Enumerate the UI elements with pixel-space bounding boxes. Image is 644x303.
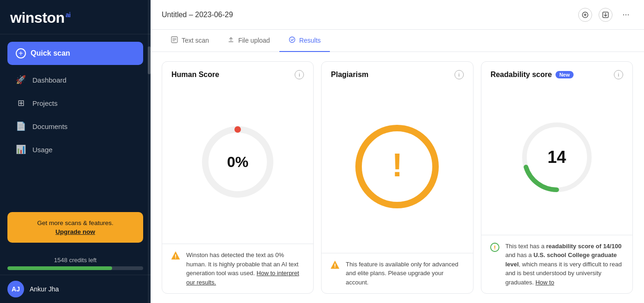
human-score-circle: 0%: [196, 120, 279, 204]
readability-link[interactable]: How to: [536, 279, 554, 286]
usage-icon: 📊: [16, 144, 26, 155]
avatar: AJ: [7, 281, 24, 297]
readability-header: Readability score New i: [481, 62, 632, 85]
human-score-info-icon[interactable]: i: [295, 70, 304, 79]
topbar-actions: ···: [578, 8, 633, 22]
readability-card: Readability score New i 14: [481, 61, 633, 294]
svg-point-15: [335, 267, 335, 268]
projects-icon: ⊞: [16, 98, 26, 108]
credits-label: 1548 credits left: [7, 257, 143, 264]
readability-circle: 14: [515, 116, 599, 199]
human-score-title: Human Score: [171, 71, 219, 79]
readability-info-icon[interactable]: i: [614, 70, 623, 79]
plagiarism-info-icon[interactable]: i: [455, 70, 464, 79]
documents-icon: 📄: [16, 121, 26, 131]
nav-area: + Quick scan 🚀 Dashboard ⊞ Projects 📄 Do…: [0, 34, 151, 205]
cards-area: Human Score i 0%: [151, 52, 644, 303]
plagiarism-gauge: !: [322, 85, 473, 253]
main-content: Untitled – 2023-06-29 ··· Text scan File…: [151, 0, 644, 303]
logo: winstonai: [10, 9, 140, 26]
tab-file-upload[interactable]: File upload: [218, 30, 279, 52]
human-score-footer: Winston has detected the text as 0% huma…: [162, 244, 313, 293]
sidebar-item-dashboard[interactable]: 🚀 Dashboard: [7, 69, 143, 91]
add-icon[interactable]: [578, 8, 592, 22]
new-badge: New: [556, 71, 574, 78]
logo-area: winstonai: [0, 0, 151, 34]
credits-area: 1548 credits left: [0, 250, 151, 275]
svg-point-13: [175, 258, 176, 258]
user-area[interactable]: AJ Ankur Jha: [0, 275, 151, 303]
tab-results[interactable]: Results: [279, 30, 330, 52]
plus-icon: +: [16, 48, 26, 58]
sidebar-item-usage[interactable]: 📊 Usage: [7, 138, 143, 161]
topbar: Untitled – 2023-06-29 ···: [151, 0, 644, 30]
user-name: Ankur Jha: [30, 285, 59, 293]
human-score-header: Human Score i: [162, 62, 313, 85]
readability-title: Readability score New: [491, 71, 574, 79]
text-scan-icon: [171, 36, 178, 45]
sidebar: winstonai + Quick scan 🚀 Dashboard ⊞ Pro…: [0, 0, 151, 303]
tabs: Text scan File upload Results: [151, 30, 644, 52]
tab-text-scan[interactable]: Text scan: [162, 30, 218, 52]
credits-bar: [7, 266, 143, 270]
sidebar-item-documents[interactable]: 📄 Documents: [7, 115, 143, 137]
upgrade-link[interactable]: Upgrade now: [15, 228, 136, 235]
dashboard-icon: 🚀: [16, 75, 26, 85]
credits-fill: [7, 266, 112, 270]
human-score-value: 0%: [227, 154, 248, 171]
sidebar-item-projects[interactable]: ⊞ Projects: [7, 92, 143, 114]
file-upload-icon: [227, 36, 234, 45]
warning-icon-3: [490, 242, 500, 252]
readability-footer: This text has a readability score of 14/…: [481, 235, 632, 294]
quick-scan-button[interactable]: + Quick scan: [7, 42, 143, 65]
results-icon: [289, 36, 296, 45]
plagiarism-title: Plagiarism: [331, 71, 368, 79]
plagiarism-footer: This feature is available only for advan…: [322, 253, 473, 294]
warning-icon-2: [330, 260, 340, 270]
more-options-icon[interactable]: ···: [619, 8, 633, 22]
human-score-gauge: 0%: [162, 85, 313, 244]
upgrade-box: Get more scans & features. Upgrade now: [7, 212, 143, 243]
plagiarism-header: Plagiarism i: [322, 62, 473, 85]
exclamation-mark: !: [392, 149, 403, 181]
plagiarism-exclamation: !: [355, 125, 439, 208]
svg-point-9: [289, 37, 295, 43]
svg-point-20: [494, 248, 495, 249]
human-score-card: Human Score i 0%: [162, 61, 314, 294]
readability-value: 14: [548, 148, 566, 167]
download-icon[interactable]: [599, 8, 612, 22]
warning-icon-1: [170, 251, 181, 261]
scrollbar-track[interactable]: [148, 0, 151, 303]
plagiarism-card: Plagiarism i ! This feature is available…: [321, 61, 473, 294]
readability-gauge-area: 14: [481, 85, 632, 235]
scrollbar-thumb[interactable]: [148, 46, 151, 74]
document-title: Untitled – 2023-06-29: [162, 11, 233, 19]
